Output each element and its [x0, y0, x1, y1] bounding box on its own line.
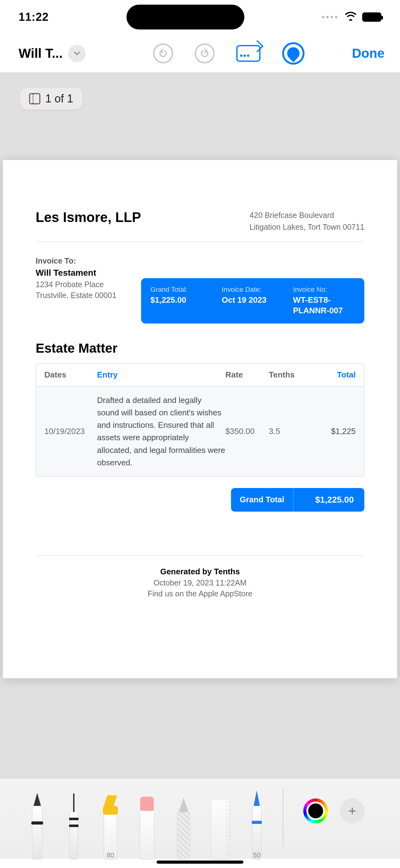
invoice-firm-name: Les Ismore, LLP — [36, 210, 141, 225]
cell-tenths: 3.5 — [269, 425, 315, 437]
footer-generated-by: Generated by Tenths — [36, 567, 364, 577]
wifi-icon — [345, 11, 357, 23]
status-right — [322, 11, 381, 23]
invoice-to-label: Invoice To: — [36, 256, 129, 266]
home-indicator[interactable] — [0, 859, 400, 868]
invoice-grand-total-row: Grand Total $1,225.00 — [36, 488, 364, 512]
summary-date-label: Invoice Date: — [222, 286, 284, 294]
page-indicator[interactable]: 1 of 1 — [20, 88, 82, 110]
summary-no-value: WT-EST8-PLANNR-007 — [293, 295, 355, 316]
eraser-tool[interactable] — [135, 787, 159, 859]
cell-entry: Drafted a detailed and legally sound wil… — [97, 394, 226, 469]
invoice-firm-address-line2: Litigation Lakes, Tort Town 00711 — [249, 221, 364, 233]
pen-tool[interactable] — [25, 787, 49, 859]
highlighter-size-label: 80 — [107, 851, 114, 859]
undo-button[interactable] — [153, 43, 173, 63]
thumbnails-icon — [29, 93, 40, 104]
col-header-dates: Dates — [44, 370, 97, 380]
summary-grandtotal-label: Grand Total: — [151, 286, 212, 294]
markup-button[interactable] — [282, 42, 304, 65]
invoice-firm-address-line1: 420 Briefcase Boulevard — [249, 210, 364, 221]
invoice-to-address-line1: 1234 Probate Place — [36, 279, 129, 290]
battery-icon — [362, 12, 381, 22]
status-bar: 11:22 — [0, 0, 400, 34]
footer-timestamp: October 19, 2023 11:22AM — [36, 578, 364, 587]
chevron-down-icon — [68, 45, 86, 62]
fineliner-tool[interactable] — [61, 787, 86, 859]
fineliner-icon — [70, 812, 77, 859]
status-time: 11:22 — [19, 10, 49, 24]
col-header-tenths: Tenths — [269, 370, 315, 380]
col-header-rate: Rate — [226, 370, 269, 380]
summary-grandtotal-value: $1,225.00 — [151, 295, 212, 306]
invoice-footer: Generated by Tenths October 19, 2023 11:… — [36, 555, 364, 598]
summary-date-value: Oct 19 2023 — [222, 295, 284, 306]
eraser-icon — [140, 809, 154, 859]
bluepen-tool[interactable]: 50 — [244, 787, 269, 859]
pen-tip-icon — [284, 44, 302, 62]
invoice-table-row: 10/19/2023 Drafted a detailed and legall… — [36, 386, 364, 476]
col-header-total: Total — [315, 370, 356, 380]
summary-no-label: Invoice No: — [293, 286, 355, 294]
add-tool-button[interactable]: + — [340, 799, 365, 823]
plus-icon: + — [348, 803, 356, 819]
grand-total-label: Grand Total — [231, 488, 294, 512]
page-indicator-label: 1 of 1 — [45, 92, 73, 105]
invoice-table-header: Dates Entry Rate Tenths Total — [36, 364, 364, 386]
document-title: Will T... — [19, 46, 63, 61]
autofill-icon: ••• — [236, 45, 261, 62]
ruler-icon — [211, 800, 229, 859]
grand-total-value: $1,225.00 — [294, 488, 364, 512]
invoice-to-name: Will Testament — [36, 268, 129, 278]
markup-tool-palette: 80 50 + — [0, 778, 400, 859]
bluepen-size-label: 50 — [253, 851, 261, 859]
undo-icon — [158, 48, 169, 59]
bluepen-icon — [253, 806, 261, 859]
navigation-bar: Will T... ••• Done — [0, 34, 400, 73]
cell-rate: $350.00 — [226, 425, 269, 437]
pen-icon — [33, 806, 42, 859]
dynamic-island — [127, 5, 244, 30]
redo-icon — [199, 48, 210, 59]
autofill-button[interactable]: ••• — [236, 45, 261, 62]
footer-appstore: Find us on the Apple AppStore — [36, 589, 364, 598]
invoice-to-address: 1234 Probate Place Trustville, Estate 00… — [36, 279, 129, 301]
invoice-to-address-line2: Trustville, Estate 00001 — [36, 290, 129, 301]
ruler-tool[interactable] — [208, 787, 233, 859]
color-swatch-icon — [306, 802, 325, 820]
highlighter-tool[interactable]: 80 — [98, 787, 123, 859]
cell-total: $1,225 — [315, 425, 356, 437]
document-title-button[interactable]: Will T... — [19, 45, 105, 62]
color-picker-button[interactable] — [303, 799, 328, 823]
invoice-firm-address: 420 Briefcase Boulevard Litigation Lakes… — [249, 210, 364, 233]
cell-date: 10/19/2023 — [44, 425, 97, 437]
palette-divider — [283, 787, 284, 850]
cellular-dots-icon — [322, 16, 337, 18]
redo-button[interactable] — [195, 43, 214, 63]
done-button[interactable]: Done — [352, 46, 385, 61]
col-header-entry: Entry — [97, 370, 226, 380]
pencil-icon — [177, 812, 190, 859]
pencil-tool[interactable] — [171, 787, 196, 859]
invoice-table: Dates Entry Rate Tenths Total 10/19/2023… — [36, 363, 364, 477]
document-canvas[interactable]: 1 of 1 Les Ismore, LLP 420 Briefcase Bou… — [0, 73, 400, 778]
document-page: Les Ismore, LLP 420 Briefcase Boulevard … — [3, 160, 397, 678]
invoice-summary-box: Grand Total: $1,225.00 Invoice Date: Oct… — [141, 278, 364, 323]
invoice-section-title: Estate Matter — [36, 341, 364, 356]
